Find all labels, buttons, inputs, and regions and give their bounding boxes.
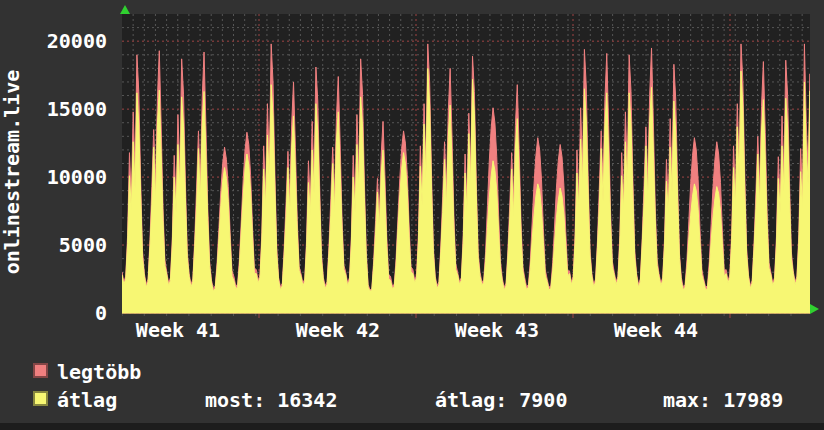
stat-atlag: átlag: 7900 [435, 389, 567, 411]
stat-most: most: 16342 [205, 389, 337, 411]
x-axis-arrow-icon [810, 304, 819, 314]
x-label-week-43: Week 43 [452, 318, 542, 342]
y-tick-5000: 5000 [0, 234, 109, 256]
y-tick-20000: 20000 [0, 30, 109, 52]
chart-canvas [122, 14, 810, 318]
y-tick-15000: 15000 [0, 98, 109, 120]
x-label-week-41: Week 41 [133, 318, 223, 342]
x-label-week-44: Week 44 [611, 318, 701, 342]
y-tick-0: 0 [0, 302, 109, 324]
x-label-week-42: Week 42 [293, 318, 383, 342]
legend-color-atlag [33, 391, 48, 406]
y-tick-10000: 10000 [0, 166, 109, 188]
stat-max: max: 17989 [663, 389, 783, 411]
series-area-avg-atlag [122, 69, 810, 313]
y-axis-arrow-icon [120, 5, 130, 14]
rrd-graph: onlinestream.live 0 5000 10000 15000 200… [0, 0, 824, 430]
legend-label-legtobb: legtöbb [57, 361, 141, 383]
bottom-edge-strip [0, 423, 824, 430]
legend-label-atlag: átlag [57, 389, 117, 411]
plot-area [122, 14, 810, 318]
legend-color-legtobb [33, 363, 48, 378]
